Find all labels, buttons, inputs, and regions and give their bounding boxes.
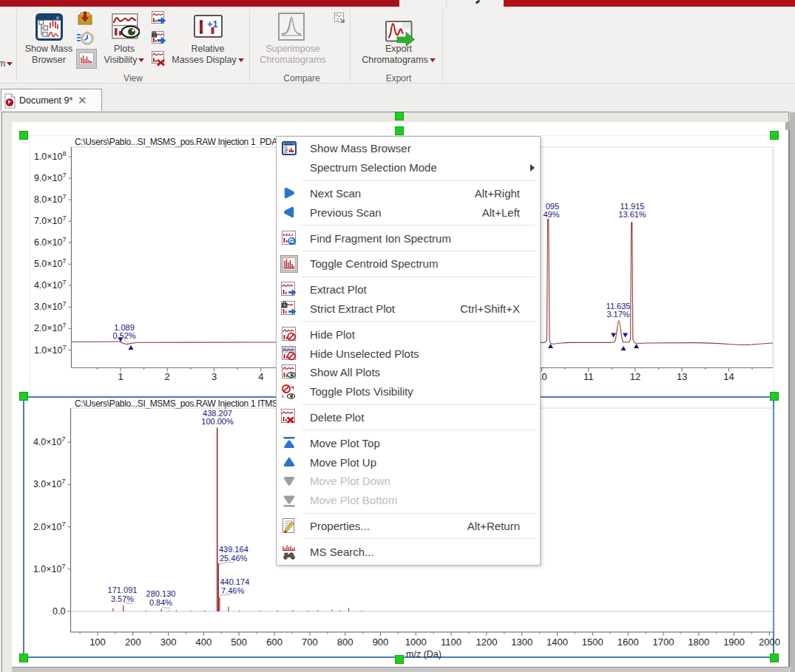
svg-text:1.0×107: 1.0×107 [34,344,67,356]
svg-text:400: 400 [196,637,212,648]
svg-text:280.130: 280.130 [146,589,176,598]
svg-text:1600: 1600 [618,637,639,648]
svg-text:11: 11 [583,371,594,382]
svg-text:600: 600 [266,637,283,648]
svg-text:4: 4 [258,371,263,382]
svg-text:3.0×107: 3.0×107 [34,300,67,312]
svg-text:500: 500 [231,637,247,648]
svg-text:4.0×107: 4.0×107 [33,435,66,447]
svg-text:2.0×107: 2.0×107 [33,520,66,532]
svg-text:1300: 1300 [511,637,532,648]
svg-text:6.0×107: 6.0×107 [34,236,67,248]
svg-text:7.0×107: 7.0×107 [34,214,67,226]
svg-text:1000: 1000 [405,637,427,648]
svg-text:0.84%: 0.84% [149,598,172,607]
svg-text:1100: 1100 [441,637,461,648]
svg-text:1900: 1900 [723,637,745,648]
svg-text:4.0×107: 4.0×107 [34,279,67,291]
svg-text:1200: 1200 [476,637,497,648]
svg-text:9.0×107: 9.0×107 [34,172,67,183]
svg-text:13.61%: 13.61% [618,210,646,219]
svg-text:100.00%: 100.00% [201,417,234,426]
svg-text:100: 100 [89,637,106,648]
svg-text:3.57%: 3.57% [111,594,134,603]
svg-text:1.0×107: 1.0×107 [33,563,66,574]
svg-text:m/z (Da): m/z (Da) [406,649,442,659]
svg-text:1400: 1400 [547,637,568,648]
svg-text:3.0×107: 3.0×107 [33,478,66,489]
svg-text:300: 300 [160,637,177,648]
svg-text:5.0×107: 5.0×107 [34,257,67,269]
svg-text:0.52%: 0.52% [112,331,135,340]
svg-text:1500: 1500 [582,637,603,648]
svg-text:12: 12 [630,371,640,382]
svg-text:800: 800 [337,637,353,648]
svg-text:3: 3 [212,371,217,382]
svg-text:3.17%: 3.17% [606,310,629,319]
svg-text:7.46%: 7.46% [221,586,244,595]
svg-text:2: 2 [165,371,170,382]
svg-text:14: 14 [723,371,734,382]
svg-text:1.0×108: 1.0×108 [34,150,67,162]
svg-text:1700: 1700 [653,637,674,648]
svg-text:25.46%: 25.46% [220,554,248,563]
svg-text:1800: 1800 [688,637,709,648]
svg-text:439.164: 439.164 [219,545,248,554]
svg-text:0.0: 0.0 [53,606,65,617]
svg-text:700: 700 [302,637,318,648]
svg-text:2000: 2000 [759,637,780,648]
svg-text:13: 13 [677,371,687,382]
svg-text:8.0×107: 8.0×107 [34,193,67,205]
svg-text:171.091: 171.091 [108,586,138,594]
svg-text:2.0×107: 2.0×107 [34,322,67,333]
svg-text:200: 200 [125,637,141,648]
svg-text:900: 900 [373,637,389,648]
svg-text:49%: 49% [543,210,559,219]
svg-text:1: 1 [118,371,123,382]
svg-text:440.174: 440.174 [220,577,250,586]
